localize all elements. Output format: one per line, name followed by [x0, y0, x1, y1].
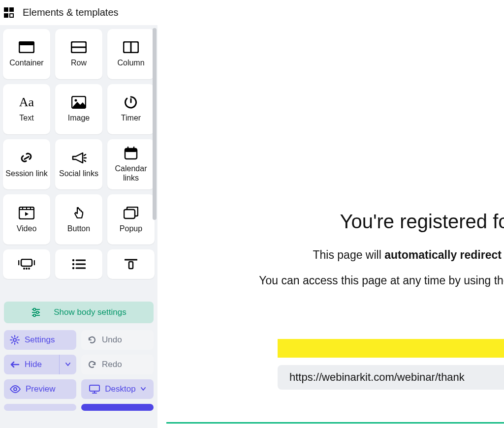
link-icon: [18, 151, 35, 165]
show-body-settings-button[interactable]: Show body settings: [4, 302, 154, 323]
subtext-1-suffix: to: [502, 248, 504, 261]
list-icon: [70, 257, 87, 271]
arrow-left-icon: [10, 361, 20, 368]
tile-label: Button: [67, 224, 90, 233]
tile-label: Container: [9, 58, 43, 67]
hide-label: Hide: [25, 360, 42, 369]
sliders-icon: [31, 307, 41, 317]
tile-button[interactable]: Button: [55, 194, 102, 245]
divider-line: [166, 422, 504, 424]
svg-point-38: [33, 308, 35, 310]
partial-action-button[interactable]: [4, 404, 76, 411]
desktop-label: Desktop: [105, 384, 135, 394]
undo-icon: [87, 335, 97, 345]
tile-label: Session link: [5, 169, 47, 178]
subtext-2[interactable]: You can access this page at any time by …: [158, 274, 504, 287]
svg-point-28: [28, 268, 30, 270]
hide-dropdown-button[interactable]: [60, 355, 76, 374]
align-top-icon: [123, 257, 139, 271]
tile-row[interactable]: Row: [55, 29, 102, 79]
video-icon: [18, 206, 35, 220]
url-display-box[interactable]: https://webinarkit.com/webinar/thank: [278, 365, 504, 390]
column-icon: [123, 40, 139, 54]
tile-calendar-links[interactable]: Calendar links: [107, 139, 155, 189]
tile-partial-3[interactable]: [107, 249, 155, 279]
scrollbar-thumb[interactable]: [153, 28, 157, 220]
preview-button[interactable]: Preview: [4, 379, 76, 399]
svg-rect-1: [19, 42, 34, 45]
tile-label: Image: [68, 113, 90, 122]
megaphone-icon: [70, 151, 87, 165]
preview-label: Preview: [26, 384, 55, 394]
svg-point-31: [72, 263, 74, 265]
settings-button[interactable]: Settings: [4, 330, 76, 350]
tile-label: Social links: [59, 169, 98, 178]
gear-icon: [10, 335, 20, 345]
pointer-icon: [70, 206, 87, 220]
svg-point-33: [72, 267, 74, 269]
undo-button[interactable]: Undo: [81, 330, 154, 350]
tile-column[interactable]: Column: [107, 29, 155, 79]
tile-label: Popup: [120, 224, 142, 233]
svg-point-7: [75, 99, 77, 102]
eye-icon: [10, 385, 21, 393]
svg-rect-46: [90, 385, 99, 391]
body-settings-label: Show body settings: [54, 307, 126, 317]
svg-rect-36: [129, 262, 133, 269]
tile-partial-2[interactable]: [55, 249, 102, 279]
tile-container[interactable]: Container: [3, 29, 50, 79]
sidebar-title: Elements & templates: [23, 7, 119, 18]
highlight-band[interactable]: Your: [278, 339, 504, 358]
redo-button[interactable]: Redo: [81, 355, 154, 374]
svg-point-42: [33, 314, 35, 316]
svg-point-43: [13, 338, 16, 341]
reminder-heading[interactable]: Set a re: [158, 404, 504, 417]
tile-timer[interactable]: Timer: [107, 84, 155, 134]
hide-button[interactable]: Hide: [4, 355, 60, 374]
editor-canvas[interactable]: You're registered fo This page will auto…: [158, 0, 504, 428]
calendar-icon: [123, 146, 139, 160]
url-text: https://webinarkit.com/webinar/thank: [289, 371, 465, 384]
popup-icon: [123, 206, 139, 220]
elements-grid: Container Row Column Aa Text: [3, 29, 155, 279]
undo-label: Undo: [102, 335, 122, 345]
svg-rect-14: [125, 149, 137, 152]
chevron-down-icon: [65, 363, 70, 367]
svg-line-9: [25, 156, 29, 159]
tile-label: Timer: [121, 113, 141, 122]
carousel-icon: [18, 257, 35, 271]
svg-point-40: [36, 311, 38, 313]
sidebar-header: Elements & templates: [0, 0, 158, 25]
chevron-down-icon: [141, 387, 146, 391]
partial-solid-button[interactable]: [81, 404, 154, 411]
tile-text[interactable]: Aa Text: [3, 84, 50, 134]
tile-label: Text: [19, 113, 33, 122]
tile-image[interactable]: Image: [55, 84, 102, 134]
row-icon: [70, 40, 87, 54]
svg-point-26: [23, 268, 25, 270]
tile-popup[interactable]: Popup: [107, 194, 155, 245]
dashboard-icon[interactable]: [4, 7, 15, 18]
tile-label: Calendar links: [109, 164, 153, 183]
settings-label: Settings: [25, 335, 55, 345]
headline-text[interactable]: You're registered fo: [158, 211, 504, 233]
tile-video[interactable]: Video: [3, 194, 50, 245]
redo-label: Redo: [102, 360, 122, 369]
tile-session-link[interactable]: Session link: [3, 139, 50, 189]
text-icon: Aa: [18, 95, 35, 109]
hide-button-group: Hide: [4, 355, 76, 374]
tile-label: Column: [117, 58, 144, 67]
redo-icon: [87, 360, 97, 369]
tile-label: Video: [17, 224, 37, 233]
action-grid: Settings Undo Hide Redo Preview Desktop: [0, 330, 158, 411]
svg-point-29: [72, 259, 74, 261]
subtext-1-prefix: This page will: [313, 248, 384, 261]
svg-rect-23: [21, 259, 32, 266]
tile-partial-1[interactable]: [3, 249, 50, 279]
svg-line-12: [84, 160, 86, 161]
desktop-dropdown-button[interactable]: Desktop: [81, 379, 154, 399]
tile-social-links[interactable]: Social links: [55, 139, 102, 189]
subtext-1-bold: automatically redirect: [384, 248, 502, 261]
tile-label: Row: [71, 58, 87, 67]
subtext-1[interactable]: This page will automatically redirect to: [158, 248, 504, 262]
